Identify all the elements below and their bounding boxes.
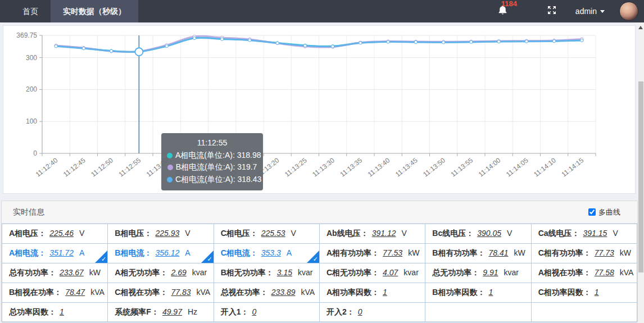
x-axis-tick-label: 11:13:00 [145,156,170,178]
multi-curve-toggle[interactable]: 多曲线 [588,207,620,217]
x-axis-tick-label: 11:12:40 [34,156,60,178]
user-avatar[interactable] [619,2,638,21]
scrollbar-thumb[interactable] [638,81,643,272]
data-point-marker [497,40,500,43]
x-axis-tick-label: 11:14:05 [505,156,530,178]
cell-value: 49.97 [162,307,182,316]
cell-value: 233.67 [60,268,84,277]
cell-label: C相电流： [221,248,258,257]
x-axis-tick-label: 11:13:05 [173,156,198,178]
measure-cell[interactable]: B相无功功率：3.15kvar [214,263,319,283]
cell-unit: A [287,248,292,257]
table-row: A相电压：225.46VB相电压：225.93VC相电压：225.53VAb线电… [2,224,637,244]
table-row: 总功率因数：1系统频率F：49.97Hz开入1：0开入2：0 [2,303,637,322]
cell-label: A相有功功率： [326,248,379,257]
multi-curve-checkbox[interactable] [588,208,596,216]
measure-cell[interactable]: C相无功功率：4.07kvar [319,263,425,283]
cell-label: C相无功功率： [326,268,379,277]
cell-label: B相电流： [115,248,152,257]
measure-cell[interactable]: 总无功功率：9.91kvar [425,263,531,283]
measure-cell[interactable]: C相视在功率：77.83kVA [108,283,214,303]
cell-value: 1 [60,307,64,316]
nav-tabs: 首页 实时数据（秒级） [10,0,138,22]
cell-value: 391.12 [372,229,396,238]
scrollbar-up-arrow-icon[interactable] [638,26,643,29]
measure-cell[interactable]: A相电流：351.72A✓ [2,244,108,263]
info-title: 实时信息 [13,207,44,217]
measure-cell[interactable]: B相电流：356.12A✓ [108,244,214,263]
realtime-info-card: 实时信息 多曲线 A相电压：225.46VB相电压：225.93VC相电压：22… [1,201,638,322]
measure-cell[interactable]: A相电压：225.46V [2,224,108,244]
x-axis-tick-label: 11:13:55 [449,156,474,178]
cell-value: 391.15 [583,229,607,238]
info-header: 实时信息 多曲线 [2,201,637,224]
measure-cell[interactable]: Ab线电压：391.12V [319,224,425,244]
cell-value: 1 [595,288,599,297]
y-axis-tick-label: 200 [26,85,37,93]
data-point-marker [414,40,417,43]
data-point-marker [359,42,362,44]
x-axis-tick-label: 11:14:15 [560,156,585,178]
measure-cell[interactable]: C相电流：353.3A✓ [214,244,319,263]
cell-unit: kVA [301,288,315,297]
cell-value: 351.72 [49,248,74,257]
data-point-marker [165,45,168,48]
measure-cell[interactable]: 总视在功率：233.89kVA [214,283,319,303]
notification-button[interactable]: 1184 [490,0,516,22]
table-row: A相电流：351.72A✓B相电流：356.12A✓C相电流：353.3A✓A相… [2,244,637,263]
realtime-line-chart[interactable]: 0100200300369.7511:12:4011:12:4511:12:50… [3,26,635,193]
tab-home[interactable]: 首页 [10,0,51,22]
measurements-table: A相电压：225.46VB相电压：225.93VC相电压：225.53VAb线电… [2,224,637,322]
x-axis-tick-label: 11:12:45 [62,156,87,178]
cell-value: 233.89 [271,288,296,297]
x-axis-tick-label: 11:13:45 [394,156,419,178]
measure-cell[interactable]: B相视在功率：78.47kVA [2,283,108,303]
data-point-marker [303,44,306,47]
x-axis-tick-label: 11:12:55 [117,156,142,178]
cell-unit: kW [514,248,525,257]
measure-cell[interactable]: A相视在功率：77.58kVA [531,263,637,283]
measure-cell[interactable]: 总功率因数：1 [2,303,108,322]
cell-label: A相无功功率： [115,268,167,277]
measure-cell[interactable]: A相功率因数：1 [319,283,425,303]
cell-unit: Hz [188,307,197,316]
cell-value: 225.93 [155,229,179,238]
cell-label: 开入2： [326,307,355,316]
measure-cell[interactable]: B相电压：225.93V [108,224,214,244]
measure-cell[interactable]: Bc线电压：390.05V [425,224,531,244]
measure-cell[interactable]: 开入1：0 [214,303,319,322]
measure-cell[interactable]: C相功率因数：1 [531,283,637,303]
cell-value: 390.05 [477,229,501,238]
measure-cell[interactable]: 总有功功率：233.67kW [2,263,108,283]
cell-label: 总功率因数： [9,307,56,316]
measure-cell[interactable]: B相有功功率：78.41kW [425,244,531,263]
cell-value: 9.91 [483,268,498,277]
cell-label: B相无功功率： [221,268,274,277]
username-label: admin [575,7,597,16]
data-point-marker [332,45,334,48]
x-axis-tick-label: 11:14:10 [532,156,557,178]
top-navbar: 首页 实时数据（秒级） 1184 admin [0,0,644,22]
chevron-down-icon [600,10,605,13]
data-point-marker [470,40,473,43]
cell-value: 77.53 [383,248,402,257]
cell-unit: V [185,229,190,238]
cell-unit: V [613,229,618,238]
data-point-marker [387,40,389,43]
cell-unit: kW [408,248,419,257]
measure-cell[interactable]: C相电压：225.53V [214,224,319,244]
user-dropdown[interactable]: admin [575,7,605,16]
tab-realtime-data[interactable]: 实时数据（秒级） [51,0,138,22]
cell-value: 77.73 [595,248,614,257]
measure-cell[interactable]: Ca线电压：391.15V [531,224,637,244]
x-axis-tick-label: 11:13:25 [283,156,309,178]
measure-cell[interactable]: 开入2：0 [319,303,425,322]
measure-cell[interactable]: 系统频率F：49.97Hz [108,303,214,322]
measure-cell[interactable]: C相有功功率：77.73kW [531,244,637,263]
measure-cell[interactable]: A相有功功率：77.53kW [319,244,425,263]
fullscreen-button[interactable] [541,0,563,22]
measure-cell[interactable]: B相功率因数：1 [425,283,531,303]
cell-label: Ab线电压： [326,229,369,238]
measure-cell[interactable]: A相无功功率：2.69kvar [108,263,214,283]
vertical-scrollbar[interactable] [638,22,644,323]
